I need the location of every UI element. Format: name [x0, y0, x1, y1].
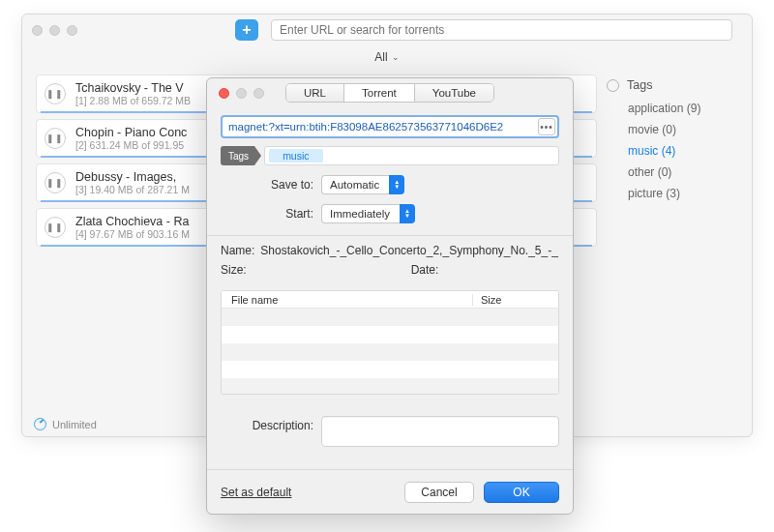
start-select[interactable]: Immediately ▲▼ [321, 204, 415, 223]
tags-header-label: Tags [627, 78, 652, 92]
url-more-button[interactable]: ••• [538, 118, 555, 135]
main-titlebar: + [22, 15, 752, 45]
date-label: Date: [411, 263, 439, 277]
list-item-status: [3] 19.40 MB of 287.21 M [75, 184, 190, 195]
set-as-default-link[interactable]: Set as default [221, 486, 291, 499]
name-row: Name: Shostakovich_-_Cello_Concerto_2,_S… [221, 244, 559, 257]
list-item-title: Debussy - Images, [75, 170, 190, 184]
minimize-icon[interactable] [49, 25, 60, 36]
chevron-updown-icon: ▲▼ [400, 204, 415, 223]
zoom-icon [253, 88, 264, 99]
size-date-row: Size: Date: [221, 263, 559, 282]
list-item-title: Zlata Chochieva - Ra [75, 215, 190, 228]
list-item-title: Chopin - Piano Conc [75, 126, 187, 139]
source-segmented-control: URL Torrent YouTube [285, 83, 494, 103]
tags-row: Tags music [221, 146, 559, 165]
tab-youtube[interactable]: YouTube [415, 84, 493, 102]
tag-picture[interactable]: picture (3) [628, 187, 740, 200]
tags-chevron-label: Tags [221, 146, 254, 165]
pause-icon[interactable]: ❚❚ [45, 217, 66, 238]
tag-icon [607, 79, 619, 92]
add-dialog: URL Torrent YouTube ••• Tags music Save … [206, 77, 574, 515]
pause-icon[interactable]: ❚❚ [45, 83, 66, 104]
start-label: Start: [221, 207, 313, 221]
list-item-status: [4] 97.67 MB of 903.16 M [75, 228, 190, 240]
url-field-wrap: ••• [221, 115, 559, 138]
table-row [222, 378, 558, 395]
search-input[interactable] [271, 19, 732, 41]
size-label: Size: [221, 263, 247, 277]
start-value: Immediately [321, 204, 400, 223]
plus-icon: + [242, 21, 251, 39]
name-label: Name: [221, 244, 254, 257]
description-input[interactable] [321, 416, 559, 447]
description-label: Description: [221, 416, 313, 432]
table-row [222, 309, 558, 326]
close-icon[interactable] [219, 88, 229, 99]
tab-url[interactable]: URL [286, 84, 344, 102]
gauge-icon [34, 418, 46, 430]
list-item-status: [2] 631.24 MB of 991.95 [75, 139, 187, 151]
zoom-icon[interactable] [67, 25, 77, 36]
files-table[interactable]: File name Size [221, 290, 559, 395]
tag-chip-music[interactable]: music [269, 149, 322, 163]
pause-icon[interactable]: ❚❚ [45, 172, 66, 193]
chevron-down-icon: ⌄ [392, 52, 400, 62]
tags-sidebar: Tags application (9) movie (0) music (4)… [607, 69, 752, 413]
table-header: File name Size [222, 291, 558, 309]
table-row [222, 361, 558, 378]
filter-bar[interactable]: All ⌄ [22, 45, 752, 69]
magnet-url-input[interactable] [221, 115, 559, 138]
tag-other[interactable]: other (0) [628, 165, 740, 179]
cancel-button[interactable]: Cancel [404, 482, 474, 503]
list-item-text: Debussy - Images, [3] 19.40 MB of 287.21… [75, 170, 190, 195]
filter-label: All [374, 50, 387, 64]
search-field-wrap [271, 19, 732, 41]
table-row [222, 326, 558, 343]
col-size[interactable]: Size [473, 294, 558, 306]
minimize-icon [236, 88, 247, 99]
list-item-text: Zlata Chochieva - Ra [4] 97.67 MB of 903… [75, 215, 190, 240]
speed-label: Unlimited [52, 419, 97, 430]
divider [207, 235, 573, 236]
dialog-titlebar: URL Torrent YouTube [207, 78, 573, 107]
traffic-lights [32, 25, 77, 36]
description-row: Description: [221, 416, 559, 447]
tag-movie[interactable]: movie (0) [628, 123, 740, 136]
col-filename[interactable]: File name [222, 294, 473, 306]
tag-music[interactable]: music (4) [628, 144, 740, 158]
list-item-title: Tchaikovsky - The V [75, 81, 191, 95]
status-footer: Unlimited [34, 418, 97, 430]
close-icon[interactable] [32, 25, 43, 36]
save-to-select[interactable]: Automatic ▲▼ [321, 175, 404, 194]
tag-list: application (9) movie (0) music (4) othe… [607, 102, 740, 200]
tags-header: Tags [607, 78, 740, 92]
tags-input[interactable]: music [264, 146, 559, 165]
pause-icon[interactable]: ❚❚ [45, 128, 66, 149]
save-to-label: Save to: [221, 178, 313, 192]
dialog-body: ••• Tags music Save to: Automatic ▲▼ Sta… [207, 107, 573, 469]
dialog-footer: Set as default Cancel OK [207, 469, 573, 514]
table-row [222, 343, 558, 361]
tag-application[interactable]: application (9) [628, 102, 740, 115]
list-item-text: Tchaikovsky - The V [1] 2.88 MB of 659.7… [75, 81, 191, 106]
save-to-value: Automatic [321, 175, 389, 194]
list-item-status: [1] 2.88 MB of 659.72 MB [75, 95, 191, 106]
ok-button[interactable]: OK [484, 482, 559, 503]
add-button[interactable]: + [235, 19, 258, 41]
list-item-text: Chopin - Piano Conc [2] 631.24 MB of 991… [75, 126, 187, 151]
save-to-row: Save to: Automatic ▲▼ [221, 175, 559, 194]
name-value: Shostakovich_-_Cello_Concerto_2,_Symphon… [260, 244, 559, 257]
chevron-updown-icon: ▲▼ [389, 175, 404, 194]
tab-torrent[interactable]: Torrent [344, 84, 415, 102]
start-row: Start: Immediately ▲▼ [221, 204, 559, 223]
